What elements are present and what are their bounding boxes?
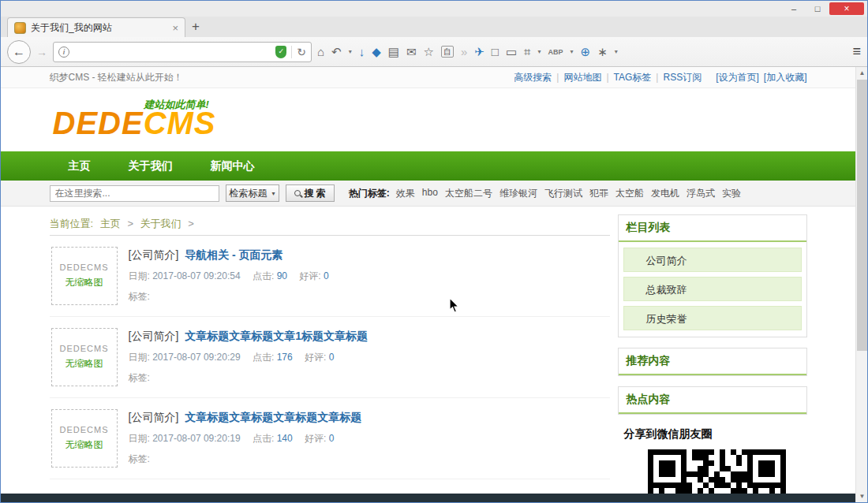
sidebar-item-ceo-speech[interactable]: 总裁致辞 bbox=[623, 277, 802, 301]
adblock-abp-icon[interactable]: ABP bbox=[548, 48, 563, 56]
search-input[interactable] bbox=[50, 185, 219, 202]
hot-tag[interactable]: 实验 bbox=[722, 187, 741, 200]
site-logo[interactable]: DEDECMS bbox=[53, 107, 216, 139]
breadcrumb-home-link[interactable]: 主页 bbox=[100, 218, 121, 229]
url-bar[interactable]: i ✓ ↻ bbox=[53, 42, 312, 62]
tab-title: 关于我们_我的网站 bbox=[31, 21, 167, 35]
urlbar-divider bbox=[291, 46, 292, 58]
maximize-button[interactable]: □ bbox=[806, 2, 829, 15]
tab-bar: 关于我们_我的网站 × + bbox=[1, 17, 867, 37]
sidebar-item-company-profile[interactable]: 公司简介 bbox=[623, 248, 802, 272]
scrollbar-up-icon[interactable]: ▲ bbox=[856, 67, 868, 79]
article-title-link[interactable]: 文章标题文章标题文章标题文章标题 bbox=[185, 411, 361, 423]
rss-icon[interactable]: » bbox=[461, 45, 467, 58]
article-rating: 0 bbox=[329, 352, 335, 363]
column-list-box: 栏目列表 公司简介 总裁致辞 历史荣誉 bbox=[618, 214, 807, 337]
rating-label: 好评: bbox=[305, 433, 326, 444]
link-advanced-search[interactable]: 高级搜索 bbox=[514, 71, 552, 84]
hot-tag[interactable]: 浮岛式 bbox=[687, 187, 715, 200]
hot-tag[interactable]: 犯罪 bbox=[589, 187, 608, 200]
article-title-link[interactable]: 导航相关 - 页面元素 bbox=[185, 248, 282, 261]
breadcrumb-separator: > bbox=[127, 218, 133, 229]
shield-icon[interactable]: ✓ bbox=[275, 46, 286, 58]
link-add-favorite[interactable]: [加入收藏] bbox=[764, 71, 807, 84]
link-tag[interactable]: TAG标签 bbox=[614, 71, 652, 84]
sidebar-item-history-honor[interactable]: 历史荣誉 bbox=[623, 306, 802, 330]
download-icon[interactable]: ↓ bbox=[359, 45, 365, 58]
reload-icon[interactable]: ↻ bbox=[297, 46, 306, 58]
window-icon[interactable]: □ bbox=[492, 45, 499, 58]
thumb-text: 无缩略图 bbox=[65, 357, 103, 371]
search-icon bbox=[294, 190, 301, 196]
hot-tag[interactable]: hbo bbox=[422, 187, 438, 200]
addon-icon[interactable]: ∗ bbox=[597, 45, 608, 59]
article-date: 2017-08-07 09:20:54 bbox=[152, 270, 240, 281]
home-icon[interactable]: ⌂ bbox=[317, 45, 324, 58]
hot-tag[interactable]: 发电机 bbox=[651, 187, 679, 200]
article-title-link[interactable]: 文章标题文章标题文章1标题文章标题 bbox=[185, 330, 368, 342]
article-category[interactable]: [公司简介] bbox=[129, 248, 179, 261]
tab-close-icon[interactable]: × bbox=[172, 22, 178, 34]
clicks-label: 点击: bbox=[253, 270, 274, 281]
article-category[interactable]: [公司简介] bbox=[129, 330, 179, 342]
browser-window: – □ × 关于我们_我的网站 × + ← → i ✓ ↻ ⌂ ↶ ▾ ↓ ◆ … bbox=[0, 0, 868, 503]
close-button[interactable]: × bbox=[829, 2, 864, 15]
scrollbar-down-icon[interactable]: ▼ bbox=[856, 490, 868, 502]
crop-icon[interactable]: ⌗ bbox=[524, 45, 530, 59]
addon-dropdown-icon[interactable]: ▾ bbox=[615, 48, 618, 55]
nav-item-about[interactable]: 关于我们 bbox=[110, 151, 192, 181]
nav-item-news[interactable]: 新闻中心 bbox=[192, 151, 274, 181]
thumb-text: DEDECMS bbox=[59, 425, 108, 434]
breadcrumb-label: 当前位置: bbox=[50, 218, 94, 229]
new-tab-button[interactable]: + bbox=[192, 19, 200, 35]
search-field-label: 检索标题 bbox=[230, 187, 268, 200]
clipboard-icon[interactable]: 自 bbox=[441, 46, 454, 58]
article-thumbnail[interactable]: DEDECMS 无缩略图 bbox=[51, 328, 118, 386]
hot-tag[interactable]: 太空船 bbox=[615, 187, 644, 200]
site-info-icon[interactable]: i bbox=[58, 47, 69, 58]
back-button[interactable]: ← bbox=[7, 40, 31, 64]
hamburger-menu-icon[interactable]: ≡ bbox=[852, 43, 861, 60]
crop-dropdown-icon[interactable]: ▾ bbox=[538, 48, 541, 55]
mail-icon[interactable]: ✉ bbox=[406, 45, 417, 59]
browser-tab[interactable]: 关于我们_我的网站 × bbox=[7, 17, 185, 37]
nav-item-home[interactable]: 主页 bbox=[50, 151, 110, 181]
vertical-scrollbar[interactable]: ▲ ▼ bbox=[855, 67, 867, 502]
link-set-homepage[interactable]: [设为首页] bbox=[716, 71, 759, 84]
article-thumbnail[interactable]: DEDECMS 无缩略图 bbox=[51, 409, 118, 468]
folder-icon[interactable]: ▭ bbox=[506, 45, 517, 59]
undo-dropdown-icon[interactable]: ▾ bbox=[349, 48, 352, 55]
minimize-button[interactable]: – bbox=[782, 2, 806, 15]
search-button[interactable]: 搜 索 bbox=[286, 184, 335, 202]
comment-icon[interactable]: ▤ bbox=[388, 45, 399, 59]
hot-tags: 效果 hbo 太空船二号 维珍银河 飞行测试 犯罪 太空船 发电机 浮岛式 实验 bbox=[396, 187, 741, 200]
undo-icon[interactable]: ↶ bbox=[331, 45, 342, 59]
link-sitemap[interactable]: 网站地图 bbox=[563, 71, 601, 84]
send-icon[interactable]: ✈ bbox=[474, 45, 485, 59]
search-field-select[interactable]: 检索标题 ▾ bbox=[226, 184, 279, 202]
toolbar-icons: ⌂ ↶ ▾ ↓ ◆ ▤ ✉ ☆ 自 » ✈ □ ▭ ⌗ ▾ ABP ▾ ⊕ ∗ … bbox=[317, 45, 618, 59]
hot-tag[interactable]: 效果 bbox=[396, 187, 415, 200]
globe-icon[interactable]: ⊕ bbox=[581, 45, 591, 59]
hot-tag[interactable]: 维珍银河 bbox=[499, 187, 537, 200]
link-rss[interactable]: RSS订阅 bbox=[663, 71, 702, 84]
forward-button[interactable]: → bbox=[36, 46, 47, 58]
thumb-text: DEDECMS bbox=[59, 263, 108, 272]
lightning-icon[interactable]: ◆ bbox=[372, 45, 381, 59]
abp-dropdown-icon[interactable]: ▾ bbox=[571, 48, 574, 55]
article-row: DEDECMS 无缩略图 [公司简介] 文章标题文章标题文章1标题文章标题 日期… bbox=[50, 317, 610, 398]
article-category[interactable]: [公司简介] bbox=[129, 411, 179, 423]
article-rating: 0 bbox=[329, 433, 335, 444]
web-page: 织梦CMS - 轻松建站从此开始！ 高级搜索 | 网站地图 | TAG标签 | … bbox=[1, 67, 855, 502]
date-label: 日期: bbox=[129, 270, 150, 281]
site-top-links: 高级搜索 | 网站地图 | TAG标签 | RSS订阅 [设为首页] [加入收藏… bbox=[514, 71, 806, 84]
main-area: 当前位置: 主页 > 关于我们 > DEDECMS 无缩略图 bbox=[1, 207, 855, 502]
hot-tag[interactable]: 飞行测试 bbox=[544, 187, 582, 200]
search-button-label: 搜 索 bbox=[305, 187, 326, 200]
bookmark-star-icon[interactable]: ☆ bbox=[423, 45, 433, 59]
article-thumbnail[interactable]: DEDECMS 无缩略图 bbox=[51, 247, 118, 305]
breadcrumb-current-link[interactable]: 关于我们 bbox=[140, 218, 181, 229]
hot-tag[interactable]: 太空船二号 bbox=[445, 187, 492, 200]
scrollbar-thumb[interactable] bbox=[857, 80, 867, 351]
site-footer bbox=[1, 494, 855, 502]
